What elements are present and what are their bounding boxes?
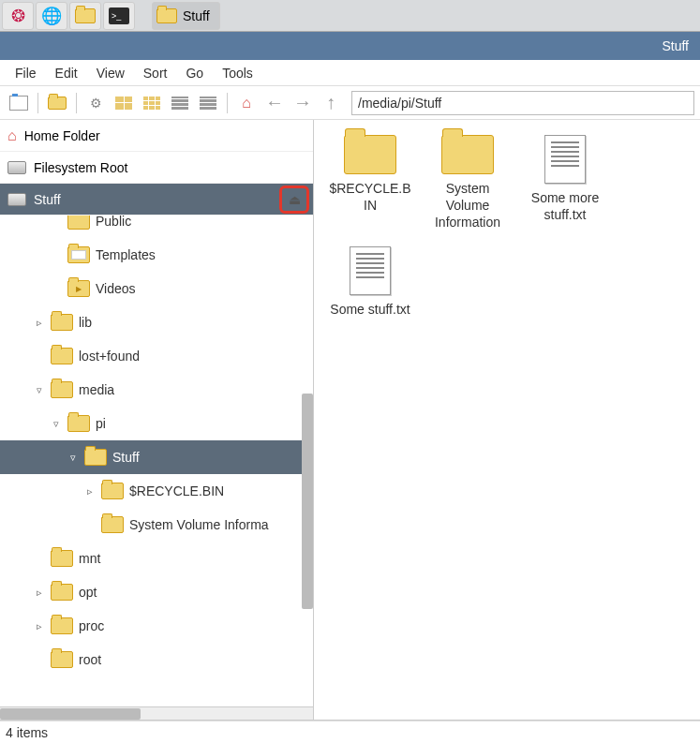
expander-icon[interactable]: ▿ <box>34 384 45 396</box>
eject-icon: ⏏ <box>289 192 301 207</box>
folder-item[interactable]: System Volume Information <box>423 131 513 235</box>
tree-row[interactable]: ▿Stuff <box>0 440 313 474</box>
status-text: 4 items <box>6 725 48 740</box>
folder-icon <box>51 550 73 567</box>
browser-launcher[interactable]: 🌐 <box>36 2 67 30</box>
view-icons-button[interactable] <box>111 90 137 116</box>
window-titlebar: Stuff <box>0 32 700 60</box>
list-icon <box>171 97 188 110</box>
arrow-left-icon: ← <box>265 92 284 113</box>
taskbar-app-stuff[interactable]: Stuff <box>152 2 220 30</box>
path-entry[interactable]: /media/pi/Stuff <box>351 91 694 115</box>
menu-sort[interactable]: Sort <box>134 62 177 84</box>
content-pane[interactable]: $RECYCLE.BINSystem Volume InformationSom… <box>314 120 700 720</box>
tree-row-label: lost+found <box>79 349 140 364</box>
separator <box>37 93 38 113</box>
preferences-button[interactable]: ⚙ <box>82 90 109 116</box>
sidebar-hscrollbar[interactable] <box>0 706 313 720</box>
file-item[interactable]: Some stuff.txt <box>325 243 415 321</box>
terminal-launcher[interactable]: >_ <box>103 2 135 30</box>
tree-row[interactable]: System Volume Informa <box>0 508 313 542</box>
place-filesystem-root[interactable]: Filesystem Root <box>0 152 313 184</box>
menu-tools[interactable]: Tools <box>213 62 262 84</box>
item-label: $RECYCLE.BIN <box>329 180 411 214</box>
separator <box>76 93 77 113</box>
prefs-icon: ⚙ <box>90 96 102 111</box>
folder-icon <box>51 314 73 331</box>
textfile-icon <box>544 135 586 184</box>
tree-row[interactable]: ▹proc <box>0 609 313 643</box>
icons-grid: $RECYCLE.BINSystem Volume InformationSom… <box>325 131 689 321</box>
back-button[interactable]: ← <box>261 90 288 116</box>
item-label: System Volume Information <box>426 180 509 231</box>
folder-icon <box>51 348 73 364</box>
detail-icon <box>200 97 216 110</box>
tree-row[interactable]: Public <box>0 215 313 238</box>
folder-icon <box>67 415 90 432</box>
folder-icon <box>51 584 73 601</box>
expander-icon[interactable]: ▿ <box>67 452 79 464</box>
tree-row-label: Videos <box>96 281 136 296</box>
main-area: ⌂ Home Folder Filesystem Root Stuff ⏏ Pu… <box>0 120 700 721</box>
tree-row[interactable]: ▿media <box>0 373 313 407</box>
terminal-icon: >_ <box>109 7 129 24</box>
tree-row-label: lib <box>79 315 92 330</box>
path-text: /media/pi/Stuff <box>358 96 441 111</box>
tree-scrollbar-thumb[interactable] <box>302 394 313 609</box>
tree-row[interactable]: lost+found <box>0 339 313 373</box>
tree-row[interactable]: Templates <box>0 238 313 272</box>
expander-icon[interactable]: ▹ <box>84 485 96 498</box>
folder-icon <box>51 617 73 634</box>
place-stuff[interactable]: Stuff ⏏ <box>0 184 313 215</box>
home-icon: ⌂ <box>7 127 17 144</box>
tree-row-label: pi <box>96 416 106 431</box>
view-compact-button[interactable] <box>139 90 165 116</box>
places-list: ⌂ Home Folder Filesystem Root Stuff ⏏ <box>0 120 313 215</box>
view-list-button[interactable] <box>167 90 193 116</box>
tree-row[interactable]: ▹lib <box>0 305 313 339</box>
globe-icon: 🌐 <box>41 6 62 26</box>
folder-icon <box>75 8 96 23</box>
menu-file[interactable]: File <box>6 62 46 84</box>
file-item[interactable]: Some more stuff.txt <box>520 131 610 235</box>
newtab-icon <box>9 96 28 111</box>
raspberry-menu-button[interactable]: ❂ <box>2 2 34 30</box>
folder-icon <box>441 135 494 174</box>
new-folder-button[interactable] <box>44 90 70 116</box>
hscrollbar-thumb[interactable] <box>0 708 141 720</box>
menu-edit[interactable]: Edit <box>46 62 87 84</box>
tree-row[interactable]: Videos <box>0 272 313 305</box>
new-tab-button[interactable] <box>6 90 32 116</box>
tree-row[interactable]: ▿pi <box>0 407 313 440</box>
tree-row[interactable]: root <box>0 643 313 676</box>
folder-item[interactable]: $RECYCLE.BIN <box>325 131 415 235</box>
eject-button[interactable]: ⏏ <box>283 188 305 211</box>
place-home-folder[interactable]: ⌂ Home Folder <box>0 120 313 152</box>
folder-icon <box>101 483 124 499</box>
place-label: Filesystem Root <box>34 160 127 175</box>
home-button[interactable]: ⌂ <box>233 90 260 116</box>
tree-row[interactable]: ▹$RECYCLE.BIN <box>0 474 313 508</box>
toolbar: ⚙ ⌂ ← → ↑ /media/pi/Stuff <box>0 86 700 120</box>
folder-icon <box>101 516 124 533</box>
expander-icon[interactable]: ▹ <box>34 317 45 329</box>
forward-button[interactable]: → <box>290 90 316 116</box>
tree-row[interactable]: mnt <box>0 542 313 575</box>
item-label: Some more stuff.txt <box>524 189 606 223</box>
menu-go[interactable]: Go <box>176 62 213 84</box>
view-detail-button[interactable] <box>195 90 221 116</box>
folder-icon <box>51 381 73 398</box>
folder-icon <box>48 97 67 110</box>
disk-icon <box>7 193 26 206</box>
expander-icon[interactable]: ▹ <box>34 587 45 599</box>
window-title: Stuff <box>662 38 689 53</box>
tree-row[interactable]: ▹opt <box>0 575 313 609</box>
up-button[interactable]: ↑ <box>318 90 344 116</box>
file-manager-launcher[interactable] <box>69 2 101 30</box>
expander-icon[interactable]: ▿ <box>51 418 62 430</box>
folder-icon <box>51 651 73 668</box>
tree-row-label: $RECYCLE.BIN <box>129 483 224 498</box>
expander-icon[interactable]: ▹ <box>34 620 45 632</box>
menu-view[interactable]: View <box>87 62 134 84</box>
statusbar: 4 items <box>0 721 700 743</box>
